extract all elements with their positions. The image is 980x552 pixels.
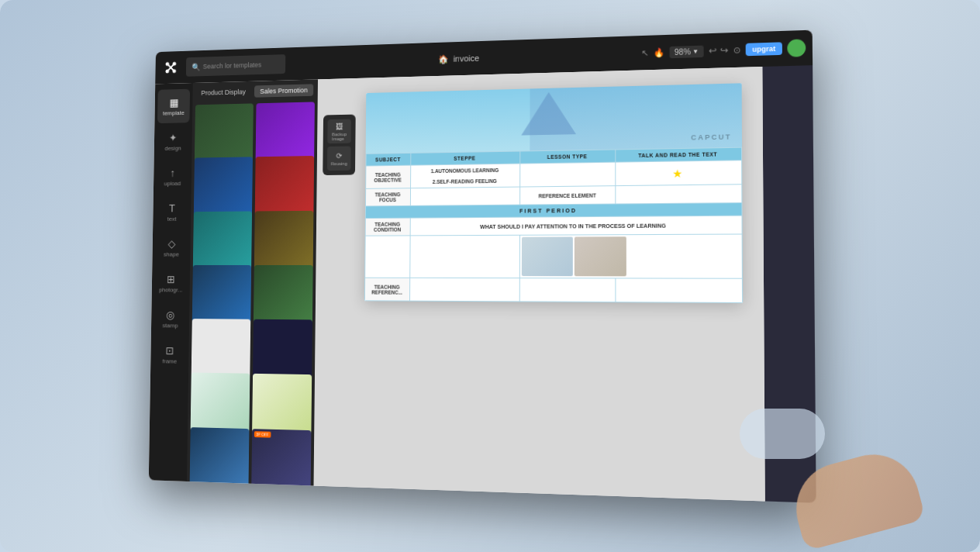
zoom-control[interactable]: 98% ▼ [670,45,704,58]
sidebar-item-shape[interactable]: ◇ shape [155,230,188,264]
undo-icon[interactable]: ↩ [709,45,717,57]
document-table: SUBJECT STEPPE LESSON TYPE TALK AND READ… [364,147,742,303]
search-placeholder: Search lor templates [203,61,262,71]
sidebar-item-stamp[interactable]: ◎ stamp [154,302,186,336]
backup-image-button[interactable]: 🖼 BackupImage [327,119,351,144]
sidebar-label-photo: photogr... [159,286,182,293]
canvas-viewport: CAPCUT SUBJECT STEPPE LESSON TYPE TALK [314,67,765,501]
doc-header: CAPCUT [365,83,741,154]
autonomous-learning-cell: 1.AUTONOMOUS LEARNING2.SELF-READING FEEL… [410,164,519,188]
canvas-area: 🖼 BackupImage ⟳ Reusing [314,67,765,501]
tab-product-display[interactable]: Product Display [195,86,251,99]
cursor-icon: ↖ [641,47,648,57]
empty-cell [364,236,409,278]
chevron-down-icon: ▼ [692,47,699,54]
teaching-focus-label: TEACHINGFOCUS [365,188,410,206]
cloud-decoration [740,409,825,459]
sidebar-label-text: text [167,216,177,223]
list-item[interactable]: POWERFUL CLEANER [189,427,249,486]
condition-content: WHAT SHOULD I PAY ATTENTION TO IN THE PR… [410,216,742,236]
backup-label: BackupImage [332,132,347,141]
sidebar-label-template: template [163,109,185,116]
doc-title: 🏠 invoice [438,53,479,64]
photo-icon: ⊞ [167,273,175,285]
sidebar-item-design[interactable]: ✦ design [157,124,189,158]
focus-steppe-cell [410,187,519,205]
ref-cell2 [519,278,616,302]
template-icon: ▦ [169,96,178,108]
teaching-condition-label: TEACHINGCONDITION [365,218,410,236]
main-content: ▦ template ✦ design ↑ upload T text [149,65,816,503]
table-row: TEACHINGCONDITION WHAT SHOULD I PAY ATTE… [365,216,742,236]
document-canvas: CAPCUT SUBJECT STEPPE LESSON TYPE TALK [364,83,742,303]
teaching-reference-label: TEACHINGREFERENC... [364,278,409,301]
redo-icon[interactable]: ↪ [720,45,729,57]
top-bar-right: ↖ 🔥 98% ▼ ↩ ↪ ⊙ upgrat [641,39,806,61]
laptop-screen: 🔍 Search lor templates 🏠 invoice ↖ 🔥 98%… [149,30,816,503]
reusing-label: Reusing [331,161,347,166]
sidebar: ▦ template ✦ design ↑ upload T text [149,83,193,481]
teaching-objective-label: TEACHINGOBJECTIVE [365,165,410,188]
template-panel: Product Display Sales Promotion BODY OIL [187,79,318,485]
text-icon: T [169,202,175,213]
focus-talk-cell [615,185,741,204]
avatar [787,39,806,57]
star-cell: ★ [615,160,741,186]
sidebar-item-upload[interactable]: ↑ upload [157,160,189,194]
logo-icon [161,57,181,78]
undo-redo: ↩ ↪ [709,45,728,57]
sidebar-label-shape: shape [164,250,179,257]
reference-element-cell: REFERENCE ELEMENT [519,186,615,205]
zoom-value: 98% [675,47,691,57]
star-icon: ★ [672,167,683,180]
sidebar-item-photo[interactable]: ⊞ photogr... [154,266,187,300]
svg-point-4 [165,70,169,74]
col-subject: SUBJECT [365,153,410,166]
frame-icon: ⊡ [165,344,174,357]
photo-placeholder-1 [522,236,573,276]
sidebar-label-design: design [164,144,181,151]
image-cells [519,234,742,278]
tab-sales-promotion[interactable]: Sales Promotion [254,84,313,97]
thumb-badge: 3P OFF [254,431,271,437]
sidebar-label-upload: upload [164,180,181,187]
table-row [364,234,742,278]
floating-panel: 🖼 BackupImage ⟳ Reusing [323,115,355,175]
ref-cell1 [409,278,519,302]
design-icon: ✦ [169,131,178,143]
ref-cell3 [616,278,743,303]
template-grid: BODY OIL SHAPER KAYA [187,98,318,485]
empty-cell2 [409,235,519,278]
sidebar-item-text[interactable]: T text [156,195,188,229]
table-row: TEACHINGREFERENC... [364,278,742,302]
search-icon: 🔍 [192,63,200,71]
stamp-icon: ◎ [166,309,174,320]
sidebar-item-frame[interactable]: ⊡ frame [154,337,186,372]
search-bar[interactable]: 🔍 Search lor templates [186,54,285,77]
svg-point-3 [173,62,177,66]
upgrade-button[interactable]: upgrat [746,42,782,56]
lesson-type-cell [519,162,615,187]
sidebar-item-template[interactable]: ▦ template [157,89,190,123]
sidebar-label-frame: frame [162,357,177,364]
app-ui: 🔍 Search lor templates 🏠 invoice ↖ 🔥 98%… [149,30,816,503]
sidebar-label-stamp: stamp [163,322,178,329]
list-item[interactable]: 3P OFF Intelligence Silent Fan [250,429,311,486]
col-lesson-type: LESSON TYPE [519,150,615,164]
reusing-icon: ⟳ [336,151,342,160]
photo-placeholder-2 [575,236,626,276]
backup-icon: 🖼 [336,122,343,130]
doc-name: invoice [454,53,480,64]
flame-icon: 🔥 [654,47,665,58]
shield-icon: ⊙ [733,45,741,56]
laptop-frame: 🔍 Search lor templates 🏠 invoice ↖ 🔥 98%… [0,0,980,552]
shape-icon: ◇ [167,237,175,249]
reusing-button[interactable]: ⟳ Reusing [327,147,351,171]
upload-icon: ↑ [170,167,175,178]
